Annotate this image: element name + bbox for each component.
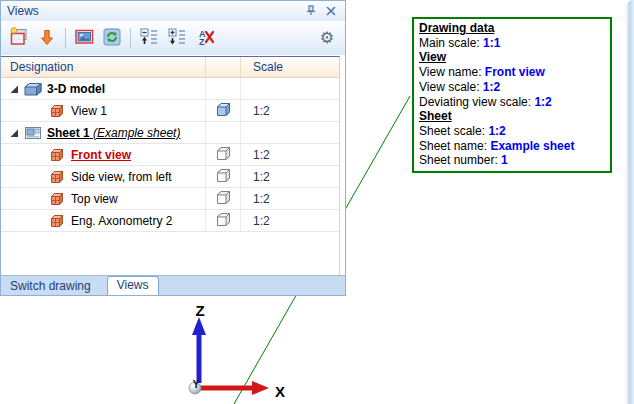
toolbar-separator	[65, 28, 66, 48]
preview-cell	[206, 144, 241, 165]
preview-cell	[206, 188, 241, 209]
table-row[interactable]: Top view1:2	[1, 188, 339, 210]
svg-text:Z: Z	[199, 37, 205, 46]
expander-icon[interactable]	[5, 84, 23, 94]
cube-wire-icon	[216, 212, 231, 230]
row-scale: 1:2	[241, 144, 339, 165]
column-header-preview[interactable]	[206, 57, 241, 77]
pin-icon	[306, 4, 317, 19]
cube-blue-icon	[216, 102, 231, 120]
insert-view-button[interactable]	[34, 25, 60, 51]
views-table: Designation Scale 3-D modelView 11:2Shee…	[1, 56, 340, 277]
row-label: Front view	[71, 148, 131, 162]
note-label: View name:	[419, 65, 485, 79]
note-value: 1	[501, 153, 508, 167]
row-scale	[241, 122, 339, 143]
note-line: Sheet name: Example sheet	[419, 139, 605, 154]
designation-cell: Side view, from left	[1, 166, 206, 187]
row-scale: 1:2	[241, 100, 339, 121]
x-axis-arrowhead	[252, 381, 269, 395]
column-header-scale[interactable]: Scale	[241, 57, 339, 77]
row-scale: 1:2	[241, 210, 339, 231]
y-axis-label: Y	[193, 379, 200, 390]
x-axis-label: X	[275, 383, 285, 400]
toolbar-separator	[130, 28, 131, 48]
row-label: Side view, from left	[71, 170, 172, 184]
row-sublabel: (Example sheet)	[90, 126, 181, 140]
table-row[interactable]: Eng. Axonometry 21:2	[1, 210, 339, 232]
column-header-designation[interactable]: Designation	[1, 57, 206, 77]
settings-gear-icon: ⚙	[320, 30, 334, 46]
note-label: View scale:	[419, 80, 483, 94]
preview-cell	[206, 78, 241, 99]
cube-orange-icon	[47, 170, 67, 184]
create-view-button[interactable]	[6, 25, 32, 51]
drawing-data-note[interactable]: Drawing dataMain scale: 1:1ViewView name…	[412, 17, 612, 173]
table-row[interactable]: Sheet 1 (Example sheet)	[1, 122, 339, 144]
note-line: View name: Front view	[419, 65, 605, 80]
create-view-icon	[10, 27, 29, 49]
preview-cell	[206, 166, 241, 187]
close-button[interactable]	[323, 4, 339, 18]
window-edge-border	[626, 0, 634, 404]
row-label: Sheet 1	[47, 126, 90, 140]
tree-indent	[5, 198, 47, 199]
note-heading: Sheet	[419, 109, 605, 124]
cube-wire-icon	[216, 190, 231, 208]
table-row[interactable]: View 11:2	[1, 100, 339, 122]
note-value: Front view	[485, 65, 545, 79]
note-line: Sheet scale: 1:2	[419, 124, 605, 139]
designation-cell: Sheet 1 (Example sheet)	[1, 122, 206, 143]
note-value: 1:2	[534, 95, 551, 109]
note-line: Deviating view scale: 1:2	[419, 95, 605, 110]
tab-views[interactable]: Views	[107, 276, 159, 295]
views-table-body: 3-D modelView 11:2Sheet 1 (Example sheet…	[1, 78, 339, 232]
row-label: Eng. Axonometry 2	[71, 214, 172, 228]
note-line: View scale: 1:2	[419, 80, 605, 95]
panel-tabbar: Switch drawing Views	[1, 275, 345, 295]
pin-button[interactable]	[303, 4, 319, 18]
clear-sort-icon: AZ	[196, 28, 215, 49]
collapse-all-button[interactable]	[136, 25, 162, 51]
z-axis-arrowhead	[192, 317, 206, 335]
z-axis-label: Z	[195, 302, 204, 319]
note-label: Sheet number:	[419, 153, 501, 167]
designation-cell: 3-D model	[1, 78, 206, 99]
panel-title: Views	[7, 4, 299, 18]
table-row[interactable]: Side view, from left1:2	[1, 166, 339, 188]
update-views-button[interactable]	[99, 25, 125, 51]
note-value: 1:2	[483, 80, 500, 94]
table-row[interactable]: Front view1:2	[1, 144, 339, 166]
update-views-icon	[103, 28, 121, 49]
designation-cell: View 1	[1, 100, 206, 121]
tree-indent	[5, 110, 47, 111]
view-image-icon	[75, 29, 94, 48]
table-header: Designation Scale	[1, 57, 339, 78]
expander-icon[interactable]	[5, 128, 23, 138]
row-label: Top view	[71, 192, 118, 206]
clear-sort-button[interactable]: AZ	[192, 25, 218, 51]
designation-cell: Top view	[1, 188, 206, 209]
tree-indent	[5, 176, 47, 177]
note-line: Main scale: 1:1	[419, 36, 605, 51]
note-label: Deviating view scale:	[419, 95, 534, 109]
designation-cell: Front view	[1, 144, 206, 165]
table-row[interactable]: 3-D model	[1, 78, 339, 100]
note-heading: View	[419, 50, 605, 65]
collapse-all-icon	[140, 28, 159, 49]
box3d-blue-icon	[23, 82, 43, 96]
settings-button[interactable]: ⚙	[314, 25, 340, 51]
cube-orange-icon	[47, 104, 67, 118]
expand-all-button[interactable]	[164, 25, 190, 51]
coordinate-axes: Z X Y	[189, 302, 285, 400]
note-label: Main scale:	[419, 36, 483, 50]
note-label: Sheet name:	[419, 139, 490, 153]
expand-all-icon	[168, 28, 187, 49]
row-scale	[241, 78, 339, 99]
row-label: View 1	[71, 104, 107, 118]
tab-switch-drawing[interactable]: Switch drawing	[10, 279, 91, 293]
tree-indent	[5, 154, 47, 155]
panel-titlebar: Views	[1, 1, 345, 21]
cube-wire-icon	[216, 168, 231, 186]
view-image-button[interactable]	[71, 25, 97, 51]
